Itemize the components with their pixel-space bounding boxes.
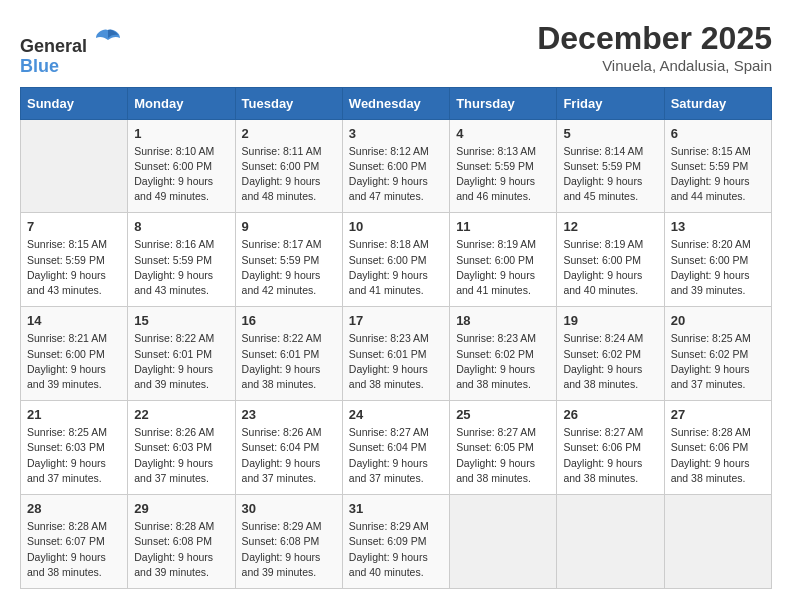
logo-text-general: General: [20, 36, 87, 56]
calendar-week-row: 21Sunrise: 8:25 AM Sunset: 6:03 PM Dayli…: [21, 401, 772, 495]
calendar-cell: 8Sunrise: 8:16 AM Sunset: 5:59 PM Daylig…: [128, 213, 235, 307]
header: General Blue December 2025 Vinuela, Anda…: [20, 20, 772, 77]
calendar-cell: 9Sunrise: 8:17 AM Sunset: 5:59 PM Daylig…: [235, 213, 342, 307]
calendar-cell: 21Sunrise: 8:25 AM Sunset: 6:03 PM Dayli…: [21, 401, 128, 495]
calendar-cell: 29Sunrise: 8:28 AM Sunset: 6:08 PM Dayli…: [128, 495, 235, 589]
day-number: 17: [349, 313, 443, 328]
calendar-cell: 4Sunrise: 8:13 AM Sunset: 5:59 PM Daylig…: [450, 119, 557, 213]
calendar-cell: [557, 495, 664, 589]
day-number: 13: [671, 219, 765, 234]
day-number: 9: [242, 219, 336, 234]
calendar-cell: 10Sunrise: 8:18 AM Sunset: 6:00 PM Dayli…: [342, 213, 449, 307]
day-number: 3: [349, 126, 443, 141]
day-info: Sunrise: 8:19 AM Sunset: 6:00 PM Dayligh…: [456, 237, 550, 298]
day-info: Sunrise: 8:21 AM Sunset: 6:00 PM Dayligh…: [27, 331, 121, 392]
day-info: Sunrise: 8:28 AM Sunset: 6:08 PM Dayligh…: [134, 519, 228, 580]
day-info: Sunrise: 8:26 AM Sunset: 6:03 PM Dayligh…: [134, 425, 228, 486]
calendar-cell: 1Sunrise: 8:10 AM Sunset: 6:00 PM Daylig…: [128, 119, 235, 213]
day-of-week-header: Friday: [557, 87, 664, 119]
calendar-header-row: SundayMondayTuesdayWednesdayThursdayFrid…: [21, 87, 772, 119]
calendar-cell: 27Sunrise: 8:28 AM Sunset: 6:06 PM Dayli…: [664, 401, 771, 495]
calendar-cell: 23Sunrise: 8:26 AM Sunset: 6:04 PM Dayli…: [235, 401, 342, 495]
day-number: 1: [134, 126, 228, 141]
day-info: Sunrise: 8:29 AM Sunset: 6:08 PM Dayligh…: [242, 519, 336, 580]
day-number: 22: [134, 407, 228, 422]
calendar-cell: 20Sunrise: 8:25 AM Sunset: 6:02 PM Dayli…: [664, 307, 771, 401]
day-number: 10: [349, 219, 443, 234]
day-number: 30: [242, 501, 336, 516]
location-subtitle: Vinuela, Andalusia, Spain: [537, 57, 772, 74]
day-of-week-header: Saturday: [664, 87, 771, 119]
day-info: Sunrise: 8:12 AM Sunset: 6:00 PM Dayligh…: [349, 144, 443, 205]
day-number: 23: [242, 407, 336, 422]
calendar-cell: 18Sunrise: 8:23 AM Sunset: 6:02 PM Dayli…: [450, 307, 557, 401]
calendar-week-row: 7Sunrise: 8:15 AM Sunset: 5:59 PM Daylig…: [21, 213, 772, 307]
calendar-cell: 16Sunrise: 8:22 AM Sunset: 6:01 PM Dayli…: [235, 307, 342, 401]
calendar-cell: 22Sunrise: 8:26 AM Sunset: 6:03 PM Dayli…: [128, 401, 235, 495]
day-number: 20: [671, 313, 765, 328]
day-info: Sunrise: 8:15 AM Sunset: 5:59 PM Dayligh…: [27, 237, 121, 298]
day-number: 11: [456, 219, 550, 234]
logo-general: General: [20, 24, 122, 57]
calendar-cell: 12Sunrise: 8:19 AM Sunset: 6:00 PM Dayli…: [557, 213, 664, 307]
day-info: Sunrise: 8:25 AM Sunset: 6:03 PM Dayligh…: [27, 425, 121, 486]
day-number: 18: [456, 313, 550, 328]
logo: General Blue: [20, 24, 122, 77]
day-number: 15: [134, 313, 228, 328]
day-of-week-header: Tuesday: [235, 87, 342, 119]
day-info: Sunrise: 8:15 AM Sunset: 5:59 PM Dayligh…: [671, 144, 765, 205]
day-of-week-header: Wednesday: [342, 87, 449, 119]
day-number: 8: [134, 219, 228, 234]
calendar-body: 1Sunrise: 8:10 AM Sunset: 6:00 PM Daylig…: [21, 119, 772, 588]
title-area: December 2025 Vinuela, Andalusia, Spain: [537, 20, 772, 74]
day-info: Sunrise: 8:20 AM Sunset: 6:00 PM Dayligh…: [671, 237, 765, 298]
calendar-cell: 15Sunrise: 8:22 AM Sunset: 6:01 PM Dayli…: [128, 307, 235, 401]
day-info: Sunrise: 8:22 AM Sunset: 6:01 PM Dayligh…: [134, 331, 228, 392]
day-number: 2: [242, 126, 336, 141]
calendar-cell: [664, 495, 771, 589]
day-info: Sunrise: 8:24 AM Sunset: 6:02 PM Dayligh…: [563, 331, 657, 392]
day-number: 7: [27, 219, 121, 234]
logo-bird-icon: [94, 24, 122, 52]
day-info: Sunrise: 8:27 AM Sunset: 6:05 PM Dayligh…: [456, 425, 550, 486]
day-info: Sunrise: 8:23 AM Sunset: 6:02 PM Dayligh…: [456, 331, 550, 392]
day-info: Sunrise: 8:18 AM Sunset: 6:00 PM Dayligh…: [349, 237, 443, 298]
day-info: Sunrise: 8:16 AM Sunset: 5:59 PM Dayligh…: [134, 237, 228, 298]
calendar-cell: 25Sunrise: 8:27 AM Sunset: 6:05 PM Dayli…: [450, 401, 557, 495]
day-info: Sunrise: 8:11 AM Sunset: 6:00 PM Dayligh…: [242, 144, 336, 205]
day-number: 29: [134, 501, 228, 516]
calendar-cell: 19Sunrise: 8:24 AM Sunset: 6:02 PM Dayli…: [557, 307, 664, 401]
day-info: Sunrise: 8:27 AM Sunset: 6:04 PM Dayligh…: [349, 425, 443, 486]
day-number: 21: [27, 407, 121, 422]
logo-text-blue: Blue: [20, 56, 59, 76]
calendar-week-row: 1Sunrise: 8:10 AM Sunset: 6:00 PM Daylig…: [21, 119, 772, 213]
day-number: 14: [27, 313, 121, 328]
day-number: 5: [563, 126, 657, 141]
day-number: 6: [671, 126, 765, 141]
day-of-week-header: Monday: [128, 87, 235, 119]
day-info: Sunrise: 8:22 AM Sunset: 6:01 PM Dayligh…: [242, 331, 336, 392]
calendar-cell: 30Sunrise: 8:29 AM Sunset: 6:08 PM Dayli…: [235, 495, 342, 589]
day-of-week-header: Thursday: [450, 87, 557, 119]
calendar-week-row: 28Sunrise: 8:28 AM Sunset: 6:07 PM Dayli…: [21, 495, 772, 589]
day-info: Sunrise: 8:14 AM Sunset: 5:59 PM Dayligh…: [563, 144, 657, 205]
calendar-cell: 28Sunrise: 8:28 AM Sunset: 6:07 PM Dayli…: [21, 495, 128, 589]
day-info: Sunrise: 8:25 AM Sunset: 6:02 PM Dayligh…: [671, 331, 765, 392]
day-number: 28: [27, 501, 121, 516]
day-info: Sunrise: 8:29 AM Sunset: 6:09 PM Dayligh…: [349, 519, 443, 580]
day-number: 27: [671, 407, 765, 422]
calendar-cell: 14Sunrise: 8:21 AM Sunset: 6:00 PM Dayli…: [21, 307, 128, 401]
day-of-week-header: Sunday: [21, 87, 128, 119]
day-info: Sunrise: 8:17 AM Sunset: 5:59 PM Dayligh…: [242, 237, 336, 298]
calendar-cell: 13Sunrise: 8:20 AM Sunset: 6:00 PM Dayli…: [664, 213, 771, 307]
day-number: 25: [456, 407, 550, 422]
day-info: Sunrise: 8:23 AM Sunset: 6:01 PM Dayligh…: [349, 331, 443, 392]
day-info: Sunrise: 8:13 AM Sunset: 5:59 PM Dayligh…: [456, 144, 550, 205]
day-number: 4: [456, 126, 550, 141]
calendar-cell: 26Sunrise: 8:27 AM Sunset: 6:06 PM Dayli…: [557, 401, 664, 495]
calendar-cell: 5Sunrise: 8:14 AM Sunset: 5:59 PM Daylig…: [557, 119, 664, 213]
calendar-cell: 2Sunrise: 8:11 AM Sunset: 6:00 PM Daylig…: [235, 119, 342, 213]
logo-blue: Blue: [20, 57, 122, 77]
month-title: December 2025: [537, 20, 772, 57]
day-number: 31: [349, 501, 443, 516]
